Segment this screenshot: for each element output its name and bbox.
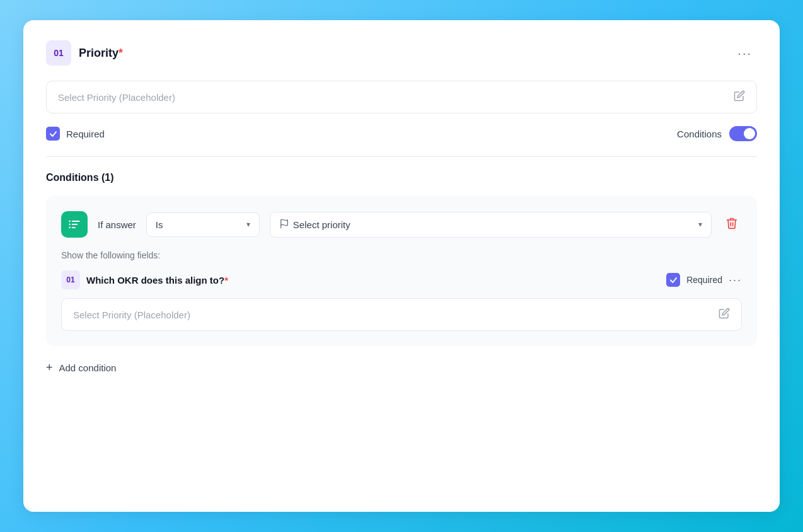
filter-icon [61,211,88,238]
edit-icon [734,90,745,104]
sub-required-checkbox[interactable] [666,273,680,287]
select-priority-inner: Select priority [279,219,350,231]
add-icon: + [46,361,53,374]
conditions-title: Conditions (1) [46,172,757,183]
sub-placeholder-text: Select Priority (Placeholder) [73,309,190,320]
sub-required-star: * [224,275,228,286]
sub-placeholder-input[interactable]: Select Priority (Placeholder) [61,298,742,331]
divider [46,156,757,157]
required-label: Required [66,129,105,139]
sub-field-row: 01 Which OKR does this align to?* Requir… [61,270,742,289]
conditions-label: Conditions [677,129,722,139]
field-title: Priority* [79,47,123,60]
add-condition-label: Add condition [59,362,117,373]
conditions-right: Conditions [677,126,757,141]
conditions-toggle[interactable] [729,126,757,141]
show-following-label: Show the following fields: [61,250,742,260]
flag-icon [279,219,289,231]
header-left: 01 Priority* [46,40,123,66]
delete-condition-button[interactable] [722,213,742,236]
sub-more-options-button[interactable]: ··· [729,274,742,287]
select-priority-chevron: ▾ [698,220,702,229]
condition-box: If answer Is ▾ Select priority ▾ [46,196,757,346]
placeholder-text: Select Priority (Placeholder) [58,92,175,103]
add-condition-row[interactable]: + Add condition [46,361,757,374]
is-dropdown-chevron: ▾ [246,220,250,229]
step-badge: 01 [46,40,71,66]
header-row: 01 Priority* ··· [46,40,757,66]
sub-edit-icon [719,308,730,321]
svg-point-1 [69,224,71,226]
is-dropdown[interactable]: Is ▾ [146,212,260,237]
main-card: 01 Priority* ··· Select Priority (Placeh… [23,20,780,512]
required-checkbox[interactable] [46,127,60,141]
svg-point-0 [69,221,71,223]
toggle-knob [744,128,755,139]
svg-point-2 [69,227,71,229]
sub-field-right: Required ··· [666,273,742,287]
condition-row: If answer Is ▾ Select priority ▾ [61,211,742,238]
sub-field-title: Which OKR does this align to?* [86,275,228,286]
required-left: Required [46,127,105,141]
sub-required-label: Required [686,275,722,285]
if-answer-label: If answer [98,219,136,230]
select-priority-value: Select priority [293,219,350,230]
placeholder-input[interactable]: Select Priority (Placeholder) [46,81,757,113]
sub-step-badge: 01 [61,270,80,289]
select-priority-dropdown[interactable]: Select priority ▾ [270,212,712,238]
sub-field-left: 01 Which OKR does this align to?* [61,270,228,289]
more-options-button[interactable]: ··· [732,43,757,63]
is-dropdown-value: Is [156,219,163,230]
required-row: Required Conditions [46,126,757,141]
required-star: * [118,47,123,59]
